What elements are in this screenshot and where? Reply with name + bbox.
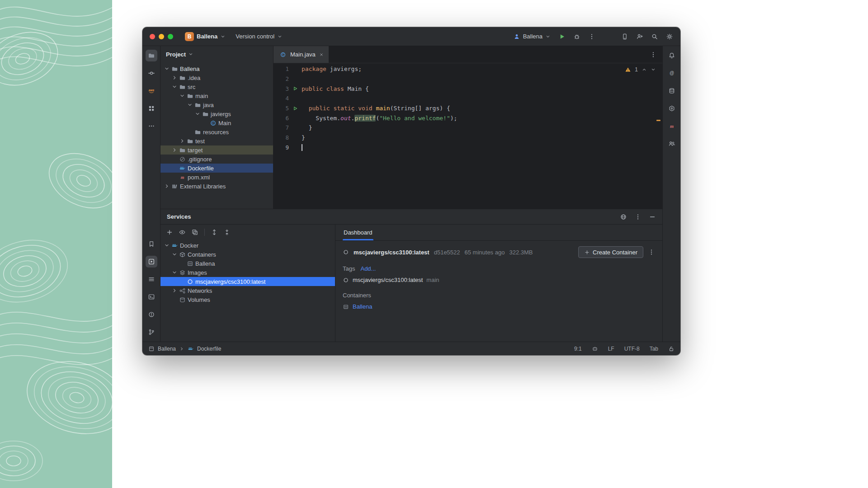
warning-stripe-mark[interactable] <box>656 120 660 121</box>
chevron-down-icon[interactable] <box>171 251 178 258</box>
bookmarks-tool-button[interactable] <box>146 238 157 250</box>
project-tool-button[interactable] <box>146 50 157 61</box>
services-item-ballena[interactable]: Ballena <box>160 259 335 268</box>
project-item-gitignore[interactable]: .gitignore <box>160 155 273 164</box>
code-area[interactable]: 1package javiergs;23public class Main {4… <box>274 63 662 209</box>
search-everywhere-icon[interactable] <box>651 33 658 40</box>
caret-position[interactable]: 9:1 <box>574 346 582 352</box>
chevron-right-icon[interactable] <box>179 138 186 144</box>
container-link[interactable]: Ballena <box>353 303 372 310</box>
project-item-javiergs[interactable]: javiergs <box>160 109 273 118</box>
code-line-3[interactable]: 3public class Main { <box>274 84 662 94</box>
minimize-window-button[interactable] <box>159 34 164 39</box>
debug-button[interactable] <box>573 33 580 40</box>
chevron-down-icon[interactable] <box>171 84 178 90</box>
collaboration-tool-button[interactable] <box>666 138 678 150</box>
close-tab-icon[interactable] <box>319 52 324 57</box>
user-widget[interactable]: Ballena <box>513 33 551 40</box>
copy-button[interactable] <box>189 227 200 238</box>
tag-row[interactable]: mscjaviergs/csc3100:latest main <box>343 277 655 283</box>
ai-assistant-status-icon[interactable] <box>592 346 598 352</box>
breadcrumb-file[interactable]: Dockerfile <box>197 346 221 352</box>
code-with-me-icon[interactable] <box>636 33 643 40</box>
structure-tool-button[interactable] <box>146 103 157 114</box>
prev-problem-icon[interactable] <box>642 67 647 72</box>
notifications-button[interactable] <box>666 50 678 61</box>
file-encoding[interactable]: UTF-8 <box>624 346 640 352</box>
image-more-icon[interactable] <box>648 249 655 256</box>
hide-panel-icon[interactable] <box>649 213 656 221</box>
project-item-java[interactable]: java <box>160 100 273 109</box>
add-service-button[interactable] <box>164 227 175 238</box>
services-item-volumes[interactable]: Volumes <box>160 295 335 304</box>
services-item-images[interactable]: Images <box>160 268 335 277</box>
project-item-src[interactable]: src <box>160 82 273 91</box>
database-tool-button[interactable] <box>666 85 678 97</box>
indent-style[interactable]: Tab <box>650 346 658 352</box>
ai-assistant-button[interactable]: @ <box>666 67 678 79</box>
view-options-button[interactable] <box>177 227 188 238</box>
code-line-5[interactable]: 5 public static void main(String[] args)… <box>274 103 662 113</box>
run-gutter-icon[interactable] <box>289 86 302 91</box>
chevron-down-icon[interactable] <box>179 93 186 99</box>
line-separator[interactable]: LF <box>608 346 614 352</box>
services-header[interactable]: Services <box>160 209 662 225</box>
services-item-networks[interactable]: Networks <box>160 286 335 295</box>
project-item-resources[interactable]: resources <box>160 127 273 136</box>
add-tag-link[interactable]: Add... <box>360 265 376 272</box>
next-problem-icon[interactable] <box>651 67 656 72</box>
tab-dashboard[interactable]: Dashboard <box>343 225 373 240</box>
chevron-down-icon[interactable] <box>171 269 178 276</box>
chevron-right-icon[interactable] <box>171 147 178 153</box>
commit-tool-button[interactable] <box>146 67 157 79</box>
project-item-test[interactable]: test <box>160 136 273 145</box>
vcs-widget[interactable]: Version control <box>236 33 283 40</box>
tab-main-java[interactable]: C Main.java <box>274 46 329 63</box>
chevron-down-icon[interactable] <box>163 66 170 72</box>
code-line-9[interactable]: 9 <box>274 143 662 153</box>
chevron-down-icon[interactable] <box>194 111 201 117</box>
run-gutter-icon[interactable] <box>289 106 302 111</box>
problems-tool-button[interactable] <box>146 309 157 320</box>
project-panel-header[interactable]: Project <box>160 46 273 62</box>
code-line-7[interactable]: 7 } <box>274 123 662 133</box>
more-tool-windows-button[interactable] <box>146 120 157 132</box>
container-row[interactable]: Ballena <box>343 303 655 310</box>
editor[interactable]: C Main.java 1package javiergs;23public c… <box>274 46 662 209</box>
breadcrumb-project[interactable]: Ballena <box>158 346 176 352</box>
run-button[interactable] <box>558 33 566 40</box>
close-window-button[interactable] <box>150 34 155 39</box>
services-options-icon[interactable] <box>634 213 642 221</box>
collapse-all-button[interactable] <box>222 227 232 238</box>
titlebar[interactable]: B Ballena Version control Ballena <box>142 27 680 46</box>
chevron-down-icon[interactable] <box>186 102 193 108</box>
chevron-right-icon[interactable] <box>171 75 178 81</box>
project-item-idea[interactable]: .idea <box>160 73 273 82</box>
services-item-containers[interactable]: Containers <box>160 250 335 259</box>
image-summary-row[interactable]: mscjaviergs/csc3100:latest d51e5522 65 m… <box>343 245 655 259</box>
create-container-button[interactable]: Create Container <box>578 246 643 258</box>
maven-tool-button[interactable]: m <box>666 120 678 132</box>
code-line-6[interactable]: 6 System.out.printf("Hello and welcome!"… <box>274 113 662 123</box>
terminal-tool-button[interactable] <box>146 291 157 303</box>
chevron-down-icon[interactable] <box>163 242 170 249</box>
project-item-pom-xml[interactable]: mpom.xml <box>160 173 273 182</box>
tab-options-icon[interactable] <box>650 51 657 58</box>
code-line-1[interactable]: 1package javiergs; <box>274 64 662 74</box>
services-tool-button[interactable] <box>146 256 157 267</box>
project-item-main[interactable]: main <box>160 91 273 100</box>
code-line-8[interactable]: 8} <box>274 133 662 143</box>
settings-icon[interactable] <box>666 33 673 40</box>
chevron-right-icon[interactable] <box>171 287 178 294</box>
globe-icon[interactable] <box>620 213 627 221</box>
chevron-right-icon[interactable] <box>163 183 170 189</box>
zoom-window-button[interactable] <box>168 34 173 39</box>
lock-icon[interactable] <box>668 346 675 352</box>
inspections-widget[interactable]: 1 <box>625 66 656 73</box>
expand-all-button[interactable] <box>209 227 220 238</box>
git-tool-button[interactable] <box>146 326 157 338</box>
project-item-external-libraries[interactable]: External Libraries <box>160 182 273 191</box>
project-item-ballena[interactable]: Ballena <box>160 64 273 73</box>
project-item-target[interactable]: target <box>160 145 273 155</box>
project-item-main[interactable]: CMain <box>160 118 273 127</box>
